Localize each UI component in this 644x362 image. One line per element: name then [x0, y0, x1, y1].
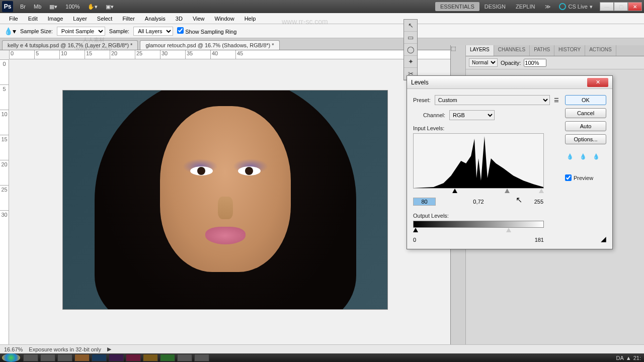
preset-menu-icon[interactable]: ☰ [554, 97, 559, 104]
preset-label: Preset: [413, 97, 431, 103]
taskbar-indesign-icon[interactable] [126, 354, 141, 361]
dialog-close-button[interactable]: ✕ [587, 78, 608, 87]
menu-window[interactable]: Window [210, 14, 239, 23]
cslive-button[interactable]: CS Live▾ [556, 2, 596, 11]
workspace-essentials[interactable]: ESSENTIALS [435, 2, 479, 11]
opacity-label: Opacity: [501, 60, 521, 66]
auto-button[interactable]: Auto [565, 121, 606, 131]
resize-grip-icon[interactable]: ◢ [565, 235, 606, 243]
marquee-tool-icon[interactable]: ▭ [404, 32, 417, 44]
menu-filter[interactable]: Filter [117, 14, 139, 23]
gray-eyedropper-icon[interactable]: 💧 [578, 151, 588, 161]
tray-icon[interactable]: ▲ [626, 355, 631, 361]
taskbar-photoshop-icon[interactable] [92, 354, 107, 361]
taskbar-app-icon[interactable] [194, 354, 209, 361]
taskbar-chrome-icon[interactable] [57, 354, 72, 361]
taskbar-explorer-icon[interactable] [40, 354, 55, 361]
lasso-tool-icon[interactable]: ◯ [404, 44, 417, 56]
minimize-button[interactable]: — [600, 2, 614, 11]
output-black-slider[interactable] [413, 228, 418, 232]
status-arrow-icon[interactable]: ▶ [107, 346, 111, 352]
hand-icon[interactable]: ✋▾ [85, 3, 101, 11]
wand-tool-icon[interactable]: ✦ [404, 56, 417, 68]
document-tab-1[interactable]: kelly e 4 tutsplus.psd @ 16,7% (Layer 2,… [2, 40, 138, 50]
canvas[interactable] [63, 90, 387, 309]
input-white-field[interactable] [521, 198, 544, 206]
layers-tab[interactable]: LAYERS [466, 45, 494, 56]
tray-time: 21: [633, 355, 641, 361]
preview-checkbox[interactable] [565, 174, 572, 181]
menu-3d[interactable]: 3D [171, 14, 188, 23]
zoom-level[interactable]: 100% [62, 3, 83, 11]
sample-size-select[interactable]: Point Sample [57, 27, 105, 36]
bridge-icon[interactable]: Br [17, 3, 29, 11]
white-eyedropper-icon[interactable]: 💧 [591, 151, 601, 161]
input-black-field[interactable] [413, 198, 436, 206]
menu-view[interactable]: View [188, 14, 210, 23]
opacity-input[interactable] [524, 59, 546, 67]
dialog-title: Levels [411, 79, 587, 86]
tray-lang[interactable]: DA [616, 355, 624, 361]
arrange-icon[interactable]: ▣▾ [103, 3, 117, 11]
menu-edit[interactable]: Edit [23, 14, 43, 23]
taskbar-app-icon[interactable] [177, 354, 192, 361]
minibridge-icon[interactable]: Mb [31, 3, 44, 11]
sample-size-label: Sample Size: [20, 28, 53, 34]
menu-bar: File Edit Image Layer Select Filter Anal… [0, 13, 644, 24]
status-bar: 16.67% Exposure works in 32-bit only ▶ [0, 344, 644, 353]
gamma-slider[interactable] [505, 189, 510, 193]
cancel-button[interactable]: Cancel [565, 108, 606, 118]
menu-layer[interactable]: Layer [68, 14, 92, 23]
status-doc-info[interactable]: Exposure works in 32-bit only [29, 346, 101, 352]
output-black-value: 0 [413, 237, 416, 243]
close-button[interactable]: ✕ [628, 2, 642, 11]
menu-analysis[interactable]: Analysis [140, 14, 171, 23]
ok-button[interactable]: OK [565, 95, 606, 105]
blend-mode-select[interactable]: Normal [469, 58, 498, 67]
eyedropper-icon[interactable]: 💧▾ [4, 27, 16, 35]
input-sliders[interactable] [413, 189, 544, 196]
move-tool-icon[interactable]: ↖ [404, 20, 417, 32]
workspace-design[interactable]: DESIGN [479, 2, 511, 11]
paths-tab[interactable]: PATHS [530, 45, 554, 56]
actions-tab[interactable]: ACTIONS [585, 45, 616, 56]
document-tab-2[interactable]: glamour retouch.psd @ 16.7% (Shadows, RG… [140, 40, 279, 50]
preset-select[interactable]: Custom [435, 95, 550, 105]
menu-image[interactable]: Image [43, 14, 68, 23]
app-titlebar: Ps Br Mb ▦▾ 100% ✋▾ ▣▾ ESSENTIALS DESIGN… [0, 0, 644, 13]
start-button[interactable] [2, 353, 20, 362]
taskbar-illustrator-icon[interactable] [143, 354, 158, 361]
input-gamma-field[interactable] [467, 198, 490, 206]
output-white-slider[interactable] [506, 228, 511, 232]
menu-select[interactable]: Select [92, 14, 118, 23]
taskbar-premiere-icon[interactable] [109, 354, 124, 361]
menu-help[interactable]: Help [239, 14, 261, 23]
output-sliders[interactable] [413, 228, 544, 235]
status-zoom[interactable]: 16.67% [4, 346, 23, 352]
options-button[interactable]: Options... [565, 134, 606, 144]
show-ring-checkbox[interactable]: Show Sampling Ring [177, 27, 236, 35]
panel-icon[interactable]: ⬚ [451, 45, 465, 52]
black-eyedropper-icon[interactable]: 💧 [565, 151, 575, 161]
channels-tab[interactable]: CHANNELS [494, 45, 530, 56]
menu-file[interactable]: File [4, 14, 23, 23]
taskbar-firefox-icon[interactable] [23, 354, 38, 361]
tools-panel: ↖ ▭ ◯ ✦ ✂ [404, 19, 418, 80]
workspace-zeplin[interactable]: ZEPLIN [511, 2, 540, 11]
sample-select[interactable]: All Layers [133, 27, 173, 36]
ruler-vertical: 051015202530 [0, 59, 9, 344]
screen-mode-icon[interactable]: ▦▾ [46, 3, 60, 11]
taskbar-bridge-icon[interactable] [74, 354, 90, 361]
photoshop-logo: Ps [2, 1, 13, 12]
black-point-slider[interactable] [452, 189, 457, 193]
maximize-button[interactable]: ▢ [614, 2, 628, 11]
channel-select[interactable]: RGB [449, 110, 495, 120]
history-tab[interactable]: HISTORY [554, 45, 585, 56]
output-white-value: 181 [535, 237, 544, 243]
taskbar-dreamweaver-icon[interactable] [160, 354, 175, 361]
white-point-slider[interactable] [539, 189, 544, 193]
channel-label: Channel: [423, 112, 445, 118]
workspace-more[interactable]: ≫ [540, 2, 556, 12]
histogram [413, 133, 544, 189]
output-levels-label: Output Levels: [413, 213, 559, 219]
